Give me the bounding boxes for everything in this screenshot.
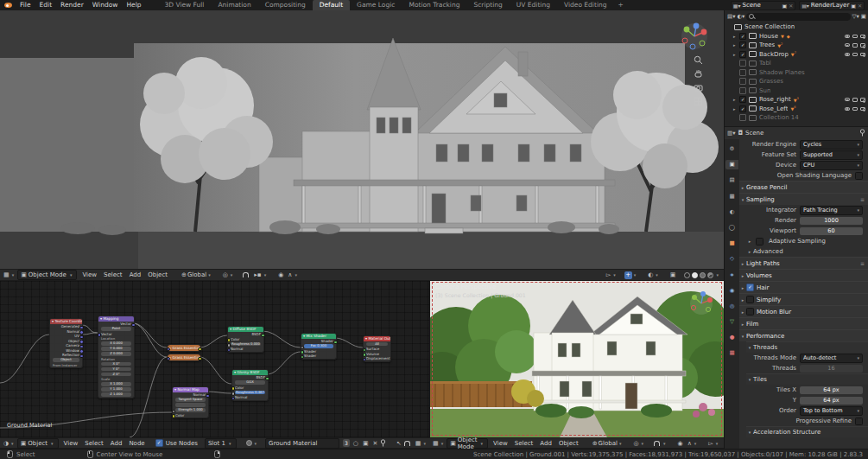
outliner-row-house[interactable]: ▸✓House▼◆ [725, 32, 868, 41]
collection-checkbox[interactable]: ✓ [739, 51, 746, 58]
node-field[interactable]: Y 0° [98, 367, 134, 373]
checkbox-motion-blur[interactable] [746, 308, 754, 316]
node-field[interactable]: Tangent Space [173, 398, 208, 403]
properties-tab-tool[interactable]: ⚙ [725, 144, 738, 154]
select-tool-icon[interactable]: ▻ [606, 271, 611, 278]
dropdown-threads-mode[interactable]: Auto-detect▾ [800, 354, 863, 363]
prop-row-advanced[interactable]: ▸Advanced [746, 246, 868, 257]
node-field-value[interactable]: Strength 1.000 [175, 408, 206, 412]
prop-row-order[interactable]: OrderTop to Bottom▾ [739, 405, 868, 416]
prop-row-threads[interactable]: Threads16 [739, 363, 868, 373]
menu-window[interactable]: Window [88, 0, 123, 10]
menu-edit[interactable]: Edit [35, 0, 57, 10]
mode-selector[interactable]: ▣ Object Mode▾ [447, 438, 488, 449]
disclosure-icon[interactable]: ▸ [733, 42, 739, 48]
view-layer-browse-icon[interactable]: ▤▾ [801, 3, 809, 9]
workspace-tab-scripting[interactable]: Scripting [466, 0, 509, 10]
disable-render-icon[interactable] [860, 53, 865, 57]
prop-row-simplify[interactable]: ▸Simplify [739, 293, 868, 305]
hide-viewport-icon[interactable] [845, 107, 850, 111]
snap-target-icon[interactable]: ▸▪ [254, 271, 261, 278]
workspace-tab-default[interactable]: Default [313, 0, 350, 10]
node-field-value[interactable]: X 1.000 [101, 382, 131, 386]
prop-row-viewport[interactable]: Viewport60 [739, 226, 868, 236]
view-layer-selector[interactable]: ▤▾ RenderLayer ▣ ✕ [799, 1, 865, 10]
solid-shading-icon[interactable] [692, 272, 698, 278]
hide-viewport-icon[interactable] [845, 43, 850, 47]
number-field-threads[interactable]: 16 [800, 365, 863, 373]
camera-nav-gizmo[interactable] [687, 290, 715, 317]
disclosure-icon[interactable]: ▸ [739, 309, 746, 315]
scene-selector[interactable]: ▦▾ Scene ▣ ✕ [731, 1, 795, 10]
node-input[interactable]: Color [232, 386, 268, 391]
node-editor-menu-view[interactable]: View [60, 440, 82, 447]
prop-row-threads-mode[interactable]: Threads ModeAuto-detect▾ [739, 353, 868, 363]
collection-checkbox[interactable]: ✓ [739, 33, 746, 40]
properties-tab-particles[interactable]: ∗ [725, 271, 738, 280]
collection-checkbox[interactable]: ✓ [739, 105, 746, 112]
viewport-menu-add[interactable]: Add [126, 271, 145, 278]
outliner-row-backdrop[interactable]: ▸✓BackDrop▼7 [725, 50, 868, 60]
dropdown-render-engine[interactable]: Cycles▾ [800, 140, 863, 150]
prop-row-motion-blur[interactable]: ▸Motion Blur [739, 305, 868, 317]
properties-tab-physics[interactable]: ◉ [725, 286, 738, 296]
properties-tab-world[interactable]: ◯ [725, 223, 738, 233]
viewport-menu-object[interactable]: Object [144, 271, 171, 278]
node-field[interactable] [173, 403, 208, 408]
outliner-row-rose-right[interactable]: ▸✓Rose_right▼3 [725, 95, 868, 105]
prop-row-device[interactable]: DeviceCPU▾ [739, 160, 868, 170]
gizmo-toggle-icon[interactable]: + [624, 271, 632, 279]
node-field-value[interactable] [175, 403, 206, 407]
node-field-value[interactable]: Y 0° [101, 367, 131, 372]
collection-checkbox[interactable] [739, 78, 746, 85]
node-field-value[interactable]: Fac 0.300 [304, 344, 333, 348]
panel-header-light-paths[interactable]: ▸Light Paths≡ [739, 257, 868, 269]
disable-viewport-icon[interactable] [852, 53, 858, 57]
properties-tab-texture[interactable]: ▦ [725, 348, 738, 358]
properties-tab-scene[interactable]: ◐ [725, 207, 738, 217]
node-input[interactable]: Color [173, 413, 208, 418]
disclosure-icon[interactable]: ▸ [739, 297, 746, 303]
node-output[interactable]: Normal [173, 392, 208, 398]
node-field[interactable]: Y 1.000 [98, 387, 134, 392]
camera-viewport-menu-add[interactable]: Add [536, 440, 555, 447]
disclosure-icon[interactable]: ▸ [733, 34, 739, 39]
node-glossy-bsdf[interactable]: ▾ Glossy BSDFBSDFGGXColorRoughness 0.467… [231, 369, 269, 401]
xray-icon[interactable]: ▣ [670, 271, 676, 278]
outliner-row-grasses[interactable]: Grasses [725, 77, 868, 86]
editor-type-icon[interactable]: ▦ [3, 271, 10, 278]
dropdown-device[interactable]: CPU▾ [800, 161, 863, 170]
node-snap-icon[interactable] [404, 441, 410, 446]
collection-checkbox[interactable] [739, 60, 746, 67]
node-texture-coordinate[interactable]: ▾ Texture CoordinateGeneratedNormalUVObj… [49, 318, 83, 368]
add-workspace-button[interactable]: + [614, 0, 628, 10]
properties-tab-output[interactable]: ▤ [725, 175, 738, 185]
node-input[interactable]: Normal [232, 395, 268, 400]
camera-viewport-menu-select[interactable]: Select [511, 440, 537, 447]
material-name-field[interactable]: Ground Material [265, 438, 339, 449]
outliner-row-shadow-planes[interactable]: Shadow Planes [725, 68, 868, 78]
node-field-value[interactable]: Roughness 0.467 [235, 391, 265, 395]
falloff-icon[interactable]: ∧ [288, 271, 292, 278]
material-users-count[interactable]: 3 [345, 440, 348, 446]
node-field-value[interactable]: X 0° [101, 362, 131, 367]
viewport-menu-select[interactable]: Select [100, 271, 126, 278]
properties-tab-constraints[interactable]: ◎ [725, 302, 738, 311]
disable-viewport-icon[interactable] [852, 35, 858, 39]
hide-viewport-icon[interactable] [845, 35, 850, 38]
prop-row-integrator[interactable]: IntegratorPath Tracing▾ [739, 205, 868, 215]
disclosure-icon[interactable]: ▸ [733, 106, 739, 112]
scene-collection-row[interactable]: Scene Collection [725, 22, 868, 32]
disable-render-icon[interactable] [860, 107, 865, 112]
workspace-tab-3d-view-full[interactable]: 3D View Full [157, 0, 211, 10]
node-editor-menu-node[interactable]: Node [125, 440, 148, 447]
disable-viewport-icon[interactable] [852, 98, 858, 102]
shader-type-selector[interactable]: ▣ Object▾ [17, 438, 59, 449]
node-input[interactable]: Displacement [364, 356, 390, 361]
node-editor-menu-add[interactable]: Add [107, 440, 126, 447]
outliner-row-collection-14[interactable]: Collection 14 [725, 113, 868, 123]
node-field-value[interactable]: Roughness 0.000 [231, 342, 261, 347]
camera-view-icon[interactable] [694, 83, 703, 92]
checkbox-hair[interactable]: ✓ [746, 284, 754, 291]
panel-header-tiles[interactable]: ▾Tiles [746, 373, 868, 385]
